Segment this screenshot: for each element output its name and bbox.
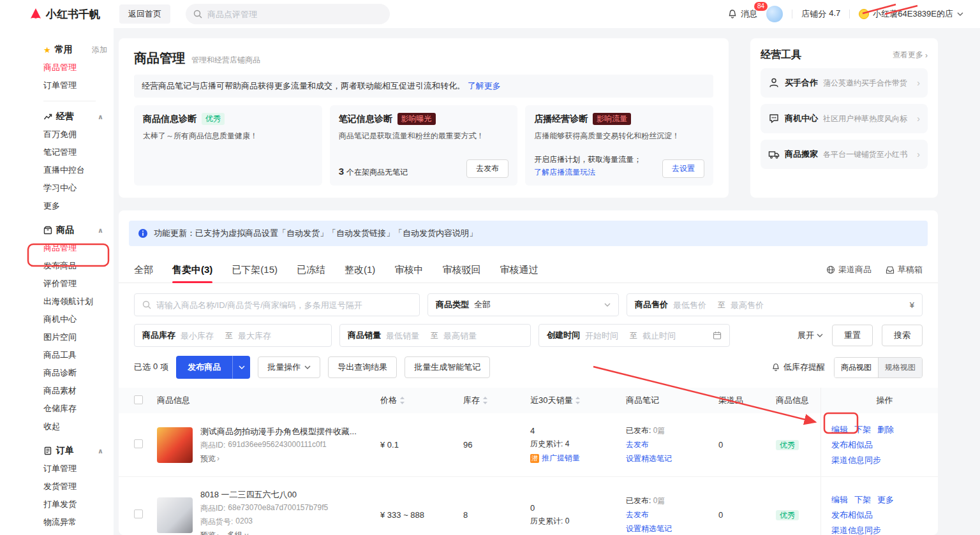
- tool-buyer-cooperation[interactable]: 买手合作 蒲公英邀约买手合作带货 ›: [761, 68, 928, 98]
- channel-products-button[interactable]: 渠道商品: [826, 264, 872, 275]
- product-image[interactable]: [157, 497, 193, 533]
- sidebar-item-more[interactable]: 更多: [43, 197, 107, 215]
- tab-frozen[interactable]: 已冻结: [297, 256, 325, 283]
- expand-filters-button[interactable]: 展开: [798, 330, 823, 341]
- row-checkbox[interactable]: [134, 439, 143, 448]
- sidebar-fav-add-button[interactable]: 添加: [92, 45, 107, 55]
- learn-more-link[interactable]: 了解更多: [468, 81, 501, 91]
- export-results-button[interactable]: 导出查询结果: [328, 356, 397, 378]
- tool-business-center[interactable]: 商机中心 社区用户种草热度风向标 ›: [761, 104, 928, 133]
- header-search-input[interactable]: [207, 10, 382, 19]
- tab-rectify[interactable]: 整改(1): [345, 256, 375, 283]
- col-sales-30d[interactable]: 近30天销量: [530, 395, 626, 406]
- more-link[interactable]: 更多: [877, 494, 894, 506]
- sidebar-item-review-management[interactable]: 评价管理: [43, 275, 107, 293]
- tab-all[interactable]: 全部: [134, 256, 153, 283]
- product-image[interactable]: [157, 427, 193, 463]
- tab-under-review[interactable]: 审核中: [394, 256, 423, 283]
- sidebar-item-product-management[interactable]: 商品管理: [43, 239, 107, 257]
- batch-actions-button[interactable]: 批量操作: [258, 356, 320, 378]
- view-more-link[interactable]: 查看更多›: [893, 50, 928, 61]
- sidebar-item-order-management[interactable]: 订单管理: [43, 460, 107, 478]
- col-stock[interactable]: 库存: [463, 395, 530, 406]
- sidebar-item-product-material[interactable]: 商品素材: [43, 382, 107, 400]
- col-price[interactable]: 价格: [380, 395, 463, 406]
- delist-link[interactable]: 下架: [854, 424, 871, 436]
- delist-link[interactable]: 下架: [854, 494, 871, 506]
- logo[interactable]: 小红书千帆: [29, 7, 100, 22]
- chevron-down-icon[interactable]: [232, 356, 250, 379]
- preview-link[interactable]: 预览›: [200, 453, 219, 464]
- sidebar-item-product-tools[interactable]: 商品工具: [43, 346, 107, 364]
- sidebar-item-note-management[interactable]: 笔记管理: [43, 143, 107, 161]
- avatar[interactable]: [766, 6, 783, 22]
- low-stock-alert-button[interactable]: 低库存提醒: [771, 362, 825, 373]
- spec-view-toggle[interactable]: 规格视图: [878, 358, 922, 377]
- min-sales-input[interactable]: [386, 331, 426, 341]
- sidebar-item-live-console[interactable]: 直播中控台: [43, 161, 107, 179]
- publish-product-button[interactable]: 发布商品: [176, 356, 250, 379]
- reset-button[interactable]: 重置: [832, 325, 873, 346]
- sidebar-group-order[interactable]: 订单 ∧: [43, 442, 107, 460]
- sidebar-group-business[interactable]: 经营 ∧: [43, 108, 107, 126]
- tab-review-rejected[interactable]: 审核驳回: [442, 256, 480, 283]
- sidebar-item-commission-free[interactable]: 百万免佣: [43, 126, 107, 143]
- edit-link[interactable]: 编辑: [831, 424, 848, 436]
- shop-menu[interactable]: 小红薯64E3839E的店: [859, 8, 963, 20]
- min-stock-input[interactable]: [181, 331, 220, 341]
- product-view-toggle[interactable]: 商品视图: [835, 358, 878, 377]
- publish-similar-link[interactable]: 发布相似品: [831, 509, 938, 521]
- go-publish-note-link[interactable]: 去发布: [626, 509, 718, 520]
- product-search-input[interactable]: [156, 300, 412, 310]
- go-setup-button[interactable]: 去设置: [662, 159, 704, 178]
- multi-group-toggle[interactable]: 多组∨: [227, 530, 249, 535]
- sidebar-fav-item-order-management[interactable]: 订单管理: [43, 77, 107, 94]
- set-featured-note-link[interactable]: 设置精选笔记: [626, 453, 718, 464]
- sidebar-item-image-space[interactable]: 图片空间: [43, 328, 107, 346]
- tab-on-sale[interactable]: 售卖中(3): [172, 256, 212, 283]
- sidebar-item-publish-product[interactable]: 发布商品: [43, 257, 107, 275]
- tab-delisted[interactable]: 已下架(15): [232, 256, 278, 283]
- sidebar-item-print-ship[interactable]: 打单发货: [43, 495, 107, 513]
- select-all-checkbox[interactable]: [134, 395, 143, 404]
- sidebar-fav-item-product-management[interactable]: 商品管理: [43, 59, 107, 77]
- preview-link[interactable]: 预览›: [200, 530, 219, 535]
- live-traffic-link[interactable]: 了解店播流量玩法: [534, 167, 641, 178]
- row-checkbox[interactable]: [134, 509, 143, 518]
- messages-button[interactable]: 消息 84: [727, 8, 757, 20]
- sidebar-item-overseas-program[interactable]: 出海领航计划: [43, 293, 107, 311]
- search-button[interactable]: 搜索: [882, 325, 923, 346]
- sidebar-item-product-diagnosis[interactable]: 商品诊断: [43, 364, 107, 382]
- sidebar-item-learning-center[interactable]: 学习中心: [43, 179, 107, 197]
- sidebar-item-logistics-exception[interactable]: 物流异常: [43, 513, 107, 531]
- set-featured-note-link[interactable]: 设置精选笔记: [626, 524, 718, 534]
- sidebar-group-product[interactable]: 商品 ∧: [43, 221, 107, 239]
- product-title[interactable]: 8018 一二三四五六七八00: [200, 489, 328, 501]
- sidebar-divider: [43, 101, 96, 101]
- sidebar-item-business-center[interactable]: 商机中心: [43, 311, 107, 328]
- delete-link[interactable]: 删除: [877, 424, 894, 436]
- channel-sync-link[interactable]: 渠道信息同步: [831, 525, 938, 535]
- min-price-input[interactable]: [673, 300, 713, 310]
- channel-sync-link[interactable]: 渠道信息同步: [831, 455, 938, 466]
- sidebar-item-warehouse-stock[interactable]: 仓储库存: [43, 400, 107, 418]
- edit-link[interactable]: 编辑: [831, 494, 848, 506]
- tool-product-migration[interactable]: 商品搬家 各平台一键铺货至小红书 ›: [761, 140, 928, 169]
- product-title[interactable]: 测试商品勿拍动漫手办角色模型摆件收藏...: [200, 426, 357, 437]
- sidebar-item-shipping-management[interactable]: 发货管理: [43, 478, 107, 495]
- tab-review-approved[interactable]: 审核通过: [500, 256, 538, 283]
- batch-smart-note-button[interactable]: 批量生成智能笔记: [405, 356, 490, 378]
- max-price-input[interactable]: [731, 300, 770, 310]
- start-time-input[interactable]: [585, 331, 625, 341]
- product-type-select[interactable]: 商品类型 全部: [427, 293, 619, 316]
- go-publish-note-link[interactable]: 去发布: [626, 439, 718, 450]
- sidebar-item-collapse[interactable]: 收起: [43, 418, 107, 436]
- end-time-input[interactable]: [642, 331, 682, 341]
- max-stock-input[interactable]: [238, 331, 278, 341]
- back-home-button[interactable]: 返回首页: [119, 4, 170, 24]
- draft-box-button[interactable]: 草稿箱: [886, 264, 923, 275]
- promote-sales-link[interactable]: 推广提销量: [542, 453, 580, 464]
- go-publish-button[interactable]: 去发布: [466, 159, 509, 178]
- publish-similar-link[interactable]: 发布相似品: [831, 439, 938, 451]
- max-sales-input[interactable]: [443, 331, 483, 341]
